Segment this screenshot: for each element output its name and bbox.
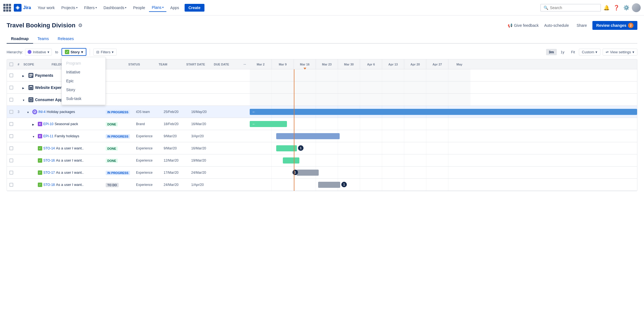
expand-icon[interactable] [27, 110, 32, 114]
view-settings-icon: ⇌ [606, 50, 609, 54]
dropdown-initiative[interactable]: Initiative [62, 68, 105, 77]
table-row[interactable]: E EPI-11 Family holidays IN PROGRESS Exp… [7, 130, 250, 142]
dropdown-epic[interactable]: Epic [62, 77, 105, 85]
select-all-checkbox[interactable] [9, 62, 13, 66]
dropdown-subtask[interactable]: Sub-task [62, 94, 105, 103]
gantt-bar-sto16[interactable] [283, 157, 299, 164]
website-icon [28, 85, 33, 90]
filters-button[interactable]: ⊟ Filters ▾ [93, 49, 117, 56]
table-row[interactable]: Website Experience [7, 81, 250, 94]
settings-button[interactable]: ⚙️ [622, 3, 631, 12]
gantt-bar-sto18[interactable] [318, 182, 340, 188]
expand-icon[interactable] [22, 98, 27, 102]
to-label: to [55, 50, 58, 54]
search-icon: 🔍 [544, 6, 548, 10]
expand-icon[interactable] [22, 85, 27, 90]
svg-rect-7 [30, 98, 32, 101]
gantt-row-payments [250, 69, 637, 81]
hierarchy-to-button[interactable]: ✓ Story ▾ [62, 48, 86, 56]
consumer-checkbox[interactable] [9, 98, 13, 102]
sto16-checkbox[interactable] [9, 159, 13, 162]
review-count-badge: 2 [628, 23, 634, 28]
notifications-button[interactable]: 🔔 [602, 3, 611, 12]
epi10-code: EPI-10 [43, 122, 54, 126]
fields-more-button[interactable]: ··· [240, 63, 250, 66]
gantt-col-apr6: Apr 6 [360, 59, 382, 69]
hierarchy-from-button[interactable]: Initiative ▾ [25, 49, 52, 56]
timeframe-3m[interactable]: 3m [546, 49, 557, 55]
tab-releases[interactable]: Releases [53, 34, 78, 44]
create-button[interactable]: Create [185, 4, 204, 12]
svg-point-1 [17, 7, 19, 9]
table-row[interactable]: ✓ STO-16 As a user I want.. DONE Experie… [7, 154, 250, 167]
help-button[interactable]: ❓ [612, 3, 621, 12]
dropdown-story[interactable]: Story [62, 85, 105, 94]
settings-gear-icon[interactable]: ⚙ [78, 22, 83, 28]
search-input[interactable] [550, 6, 598, 10]
sto14-checkbox[interactable] [9, 146, 13, 150]
table-row[interactable]: ✓ STO-14 As a user I want.. DONE Experie… [7, 142, 250, 154]
header-checkbox-col [7, 62, 16, 66]
app-switcher[interactable] [3, 4, 11, 12]
gantt-col-mar2: Mar 2 [250, 59, 272, 69]
website-checkbox[interactable] [9, 86, 13, 89]
page-title: Travel Booking Division [7, 22, 75, 29]
gantt-row-sto16 [250, 154, 637, 167]
view-settings-button[interactable]: ⇌ View settings ▾ [603, 49, 637, 56]
nav-projects[interactable]: Projects ▾ [58, 4, 80, 12]
expand-icon[interactable] [32, 134, 37, 138]
sto17-status: IN PROGRESS [104, 170, 134, 175]
gantt-bar-epi10[interactable]: ← [250, 121, 287, 127]
sto17-checkbox[interactable] [9, 171, 13, 175]
sto17-team: Experience [134, 171, 162, 175]
timeframe-fit[interactable]: Fit [568, 49, 578, 55]
hierarchy-to-wrapper: ✓ Story ▾ Program Initiative Epic Story … [62, 48, 86, 56]
expand-icon[interactable] [22, 73, 27, 78]
row-checkbox [7, 146, 16, 150]
custom-timeframe-button[interactable]: Custom ▾ [579, 49, 600, 56]
user-avatar[interactable] [632, 3, 641, 12]
review-changes-button[interactable]: Review changes 2 [592, 21, 637, 30]
page-header: Travel Booking Division ⚙ 📢 Give feedbac… [7, 21, 637, 30]
table-row[interactable]: E EPI-10 Seasonal pack DONE Brand 18/Feb… [7, 118, 250, 130]
payments-icon [28, 73, 33, 78]
page-content: Travel Booking Division ⚙ 📢 Give feedbac… [0, 15, 644, 197]
ini4-status: IN PROGRESS [104, 110, 134, 114]
row-checkbox [7, 159, 16, 162]
nav-your-work[interactable]: Your work [35, 4, 57, 12]
tab-roadmap[interactable]: Roadmap [7, 34, 33, 44]
nav-apps[interactable]: Apps [167, 4, 182, 12]
ini4-start: 25/Feb/20 [162, 110, 190, 114]
table-row[interactable]: ✓ STO-18 As a user I want.. TO DO Experi… [7, 179, 250, 191]
share-button[interactable]: Share [574, 22, 589, 29]
table-row[interactable]: 3 INI-4 Holiday packages IN PROGRESS iOS… [7, 106, 250, 118]
table-row[interactable]: ✓ STO-17 As a user I want.. IN PROGRESS … [7, 167, 250, 179]
gantt-bar-ini4[interactable]: ← [250, 109, 637, 115]
expand-icon[interactable] [32, 122, 37, 126]
epi11-checkbox[interactable] [9, 134, 13, 138]
gantt-badge-sto18: 1 [341, 182, 347, 187]
toolbar: Hierarchy: Initiative ▾ to ✓ Story ▾ Pro… [7, 48, 637, 56]
table-row[interactable]: Payments [7, 69, 250, 81]
auto-schedule-button[interactable]: Auto-schedule [542, 22, 571, 29]
epi10-checkbox[interactable] [9, 122, 13, 126]
timeframe-1y[interactable]: 1y [558, 49, 567, 55]
gantt-bar-sto17[interactable] [297, 170, 319, 176]
gantt-bar-epi11[interactable] [276, 133, 340, 139]
table-row[interactable]: Consumer App [7, 94, 250, 106]
gantt-bar-sto14[interactable] [276, 145, 297, 151]
row-checkbox [7, 98, 16, 102]
nav-dashboards[interactable]: Dashboards ▾ [101, 4, 129, 12]
jira-logo[interactable]: Jira [14, 4, 31, 12]
nav-people[interactable]: People [130, 4, 148, 12]
row-checkbox [7, 171, 16, 175]
payments-checkbox[interactable] [9, 73, 13, 77]
ini4-checkbox[interactable] [9, 110, 13, 114]
row-issue-cell: E EPI-10 Seasonal pack [21, 122, 104, 126]
nav-filters[interactable]: Filters ▾ [81, 4, 100, 12]
tab-teams[interactable]: Teams [33, 34, 53, 44]
nav-plans[interactable]: Plans ▾ [149, 4, 166, 12]
svg-rect-4 [29, 76, 31, 77]
sto18-checkbox[interactable] [9, 183, 13, 187]
give-feedback-button[interactable]: 📢 Give feedback [508, 23, 539, 28]
